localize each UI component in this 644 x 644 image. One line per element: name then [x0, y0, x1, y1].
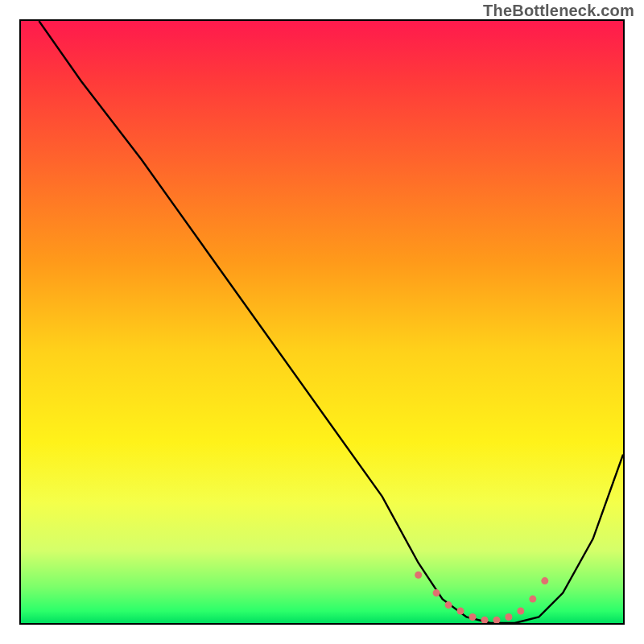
curve-layer — [21, 21, 623, 623]
plot-area — [19, 19, 625, 625]
trough-marker-dot — [505, 613, 512, 621]
trough-marker-dot — [445, 601, 452, 609]
bottleneck-chart: TheBottleneck.com — [0, 0, 644, 644]
trough-marker-dots — [415, 572, 548, 623]
trough-marker-dot — [457, 608, 464, 615]
trough-marker-dot — [433, 589, 440, 597]
trough-marker-dot — [517, 608, 524, 615]
trough-marker-dot — [415, 572, 422, 579]
trough-marker-dot — [493, 617, 500, 623]
trough-marker-dot — [481, 617, 489, 623]
trough-marker-dot — [529, 596, 536, 603]
bottleneck-curve-line — [39, 21, 623, 623]
trough-marker-dot — [541, 577, 548, 584]
trough-marker-dot — [469, 613, 477, 621]
watermark-text: TheBottleneck.com — [483, 2, 634, 20]
